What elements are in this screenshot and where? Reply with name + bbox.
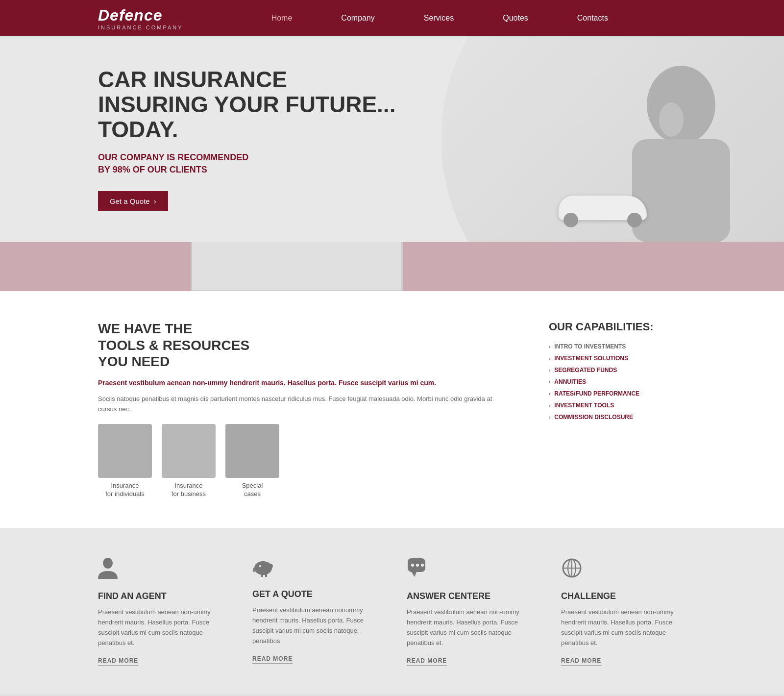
svg-point-13 <box>421 564 424 567</box>
service-card-label-1: Insurancefor individuals <box>98 482 152 498</box>
feature-title-2: ANSWER CENTERE <box>407 591 532 601</box>
svg-point-0 <box>647 66 715 144</box>
feature-title-3: CHALLENGE <box>561 591 686 601</box>
cap-link-5[interactable]: INVESTMENT TOOLS <box>554 402 614 409</box>
logo-sub: INSURANCE COMPANY <box>98 25 183 30</box>
feature-get-quote: GET A QUOTE Praesent vestibulum aenean n… <box>252 557 377 665</box>
cap-arrow-2: › <box>549 368 550 373</box>
service-card-img-1 <box>98 424 152 478</box>
feature-challenge: CHALLENGE Praesent vestibulum aenean non… <box>561 557 686 665</box>
tools-section: WE HAVE THE TOOLS & RESOURCES YOU NEED P… <box>98 321 510 498</box>
service-card-special[interactable]: Specialcases <box>225 424 279 498</box>
feature-desc-0: Praesent vestibulum aenean non-ummy hend… <box>98 607 223 648</box>
svg-rect-7 <box>261 574 263 577</box>
nav-services[interactable]: Services <box>424 14 454 23</box>
cap-arrow-0: › <box>549 344 550 349</box>
hero-content: CAR INSURANCE INSURING YOUR FUTURE... TO… <box>98 67 395 211</box>
service-card-img-3 <box>225 424 279 478</box>
svg-point-11 <box>411 564 414 567</box>
tools-title: WE HAVE THE TOOLS & RESOURCES YOU NEED <box>98 321 510 370</box>
tools-desc: Sociis natoque penatibus et magnis dis p… <box>98 394 510 415</box>
thumb-1[interactable] <box>0 242 191 291</box>
header: Defence INSURANCE COMPANY Home Company S… <box>0 0 784 36</box>
service-card-label-3: Specialcases <box>225 482 279 498</box>
feature-title-1: GET A QUOTE <box>252 589 377 599</box>
cap-arrow-3: › <box>549 379 550 385</box>
person-icon <box>98 557 223 583</box>
cap-item-4[interactable]: › RATES/FUND PERFORMANCE <box>549 390 686 397</box>
read-more-0[interactable]: READ MORE <box>98 657 138 666</box>
nav-home[interactable]: Home <box>271 14 293 23</box>
feature-title-0: FIND AN AGENT <box>98 591 223 601</box>
cap-item-3[interactable]: › ANNUITIES <box>549 378 686 385</box>
capabilities-list: › INTRO TO INVESTMENTS › INVESTMENT SOLU… <box>549 343 686 421</box>
thumb-4[interactable] <box>593 242 784 291</box>
svg-point-5 <box>267 564 273 569</box>
read-more-2[interactable]: READ MORE <box>407 657 447 666</box>
service-card-label-2: Insurancefor business <box>162 482 216 498</box>
svg-point-3 <box>103 558 113 569</box>
cap-item-2[interactable]: › SEGREGATED FUNDS <box>549 367 686 373</box>
read-more-3[interactable]: READ MORE <box>561 657 601 666</box>
cap-link-6[interactable]: COMMISSION DISCLOSURE <box>554 414 633 421</box>
service-card-business[interactable]: Insurancefor business <box>162 424 216 498</box>
service-cards: Insurancefor individuals Insurancefor bu… <box>98 424 510 498</box>
svg-marker-10 <box>412 572 416 577</box>
cap-link-3[interactable]: ANNUITIES <box>554 378 586 385</box>
nav-contacts[interactable]: Contacts <box>577 14 608 23</box>
read-more-1[interactable]: READ MORE <box>252 655 293 664</box>
svg-point-2 <box>659 102 684 137</box>
main-nav: Home Company Services Quotes Contacts <box>271 14 608 23</box>
cap-item-0[interactable]: › INTRO TO INVESTMENTS <box>549 343 686 350</box>
middle-section: WE HAVE THE TOOLS & RESOURCES YOU NEED P… <box>0 291 784 528</box>
cap-arrow-5: › <box>549 403 550 408</box>
cap-link-2[interactable]: SEGREGATED FUNDS <box>554 367 617 373</box>
cap-link-1[interactable]: INVESTMENT SOLUTIONS <box>554 355 628 362</box>
feature-answer-center: ANSWER CENTERE Praesent vestibulum aenea… <box>407 557 532 665</box>
get-quote-button[interactable]: Get a Quote › <box>98 191 168 211</box>
thumbnails <box>0 242 784 291</box>
svg-point-6 <box>259 565 261 567</box>
thumb-3[interactable] <box>403 242 593 291</box>
hero-car-image <box>554 188 652 227</box>
capabilities-title: OUR CAPABILITIES: <box>549 321 686 333</box>
cap-arrow-6: › <box>549 415 550 420</box>
globe-icon <box>561 557 686 583</box>
chat-icon <box>407 557 532 583</box>
piggy-icon <box>252 557 377 581</box>
hero-subtitle: OUR COMPANY IS RECOMMENDED BY 98% OF OUR… <box>98 151 395 176</box>
hero-title: CAR INSURANCE INSURING YOUR FUTURE... TO… <box>98 67 395 142</box>
svg-point-12 <box>416 564 419 567</box>
feature-desc-2: Praesent vestibulum aenean non-ummy hend… <box>407 607 532 648</box>
nav-company[interactable]: Company <box>341 14 374 23</box>
capabilities-section: OUR CAPABILITIES: › INTRO TO INVESTMENTS… <box>549 321 686 498</box>
cap-arrow-4: › <box>549 391 550 397</box>
cap-item-5[interactable]: › INVESTMENT TOOLS <box>549 402 686 409</box>
service-card-img-2 <box>162 424 216 478</box>
features-section: FIND AN AGENT Praesent vestibulum aenean… <box>0 528 784 694</box>
footer: Defence © 2013 | PRIVACY POLICY › Get a … <box>0 694 784 696</box>
tools-desc-red: Praesent vestibulum aenean non-ummy hend… <box>98 378 510 388</box>
cap-item-6[interactable]: › COMMISSION DISCLOSURE <box>549 414 686 421</box>
hero-section: CAR INSURANCE INSURING YOUR FUTURE... TO… <box>0 36 784 242</box>
cap-item-1[interactable]: › INVESTMENT SOLUTIONS <box>549 355 686 362</box>
svg-rect-8 <box>265 574 267 577</box>
feature-find-agent: FIND AN AGENT Praesent vestibulum aenean… <box>98 557 223 665</box>
cap-link-0[interactable]: INTRO TO INVESTMENTS <box>554 343 626 350</box>
logo-area: Defence INSURANCE COMPANY <box>98 6 183 30</box>
cap-link-4[interactable]: RATES/FUND PERFORMANCE <box>554 390 639 397</box>
feature-desc-3: Praesent vestibulum aenean non-ummy hend… <box>561 607 686 648</box>
service-card-individuals[interactable]: Insurancefor individuals <box>98 424 152 498</box>
nav-quotes[interactable]: Quotes <box>503 14 528 23</box>
cap-arrow-1: › <box>549 356 550 361</box>
thumb-2-active[interactable] <box>191 242 403 291</box>
logo: Defence <box>98 6 183 25</box>
feature-desc-1: Praesent vestibulum aenean nonummy hendr… <box>252 605 377 646</box>
